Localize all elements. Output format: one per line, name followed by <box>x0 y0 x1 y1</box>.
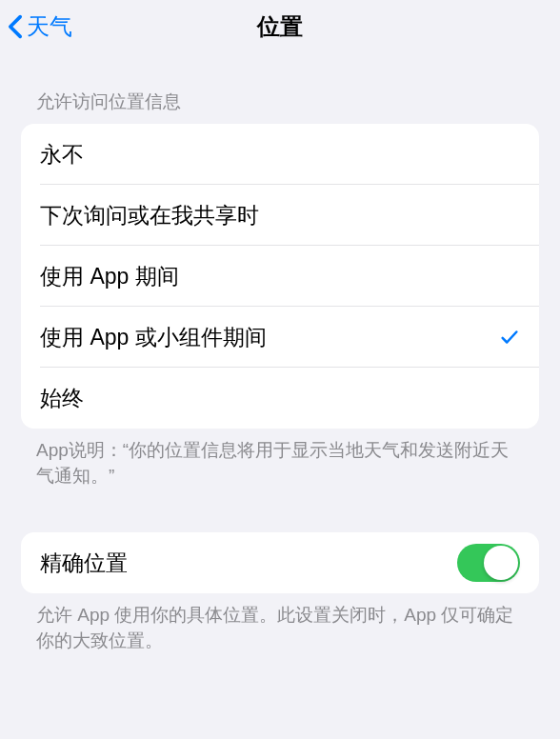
option-always[interactable]: 始终 <box>21 368 539 429</box>
option-label: 使用 App 或小组件期间 <box>40 323 267 352</box>
option-never[interactable]: 永不 <box>21 124 539 185</box>
option-label: 始终 <box>40 384 84 413</box>
precise-location-label: 精确位置 <box>40 549 128 578</box>
option-ask-next-time[interactable]: 下次询问或在我共享时 <box>21 185 539 246</box>
location-access-group: 永不 下次询问或在我共享时 使用 App 期间 使用 App 或小组件期间 始终 <box>21 124 539 429</box>
checkmark-icon <box>499 327 520 348</box>
option-while-using-app[interactable]: 使用 App 期间 <box>21 246 539 307</box>
back-chevron-icon <box>8 14 23 39</box>
option-label: 使用 App 期间 <box>40 262 179 291</box>
precise-location-toggle[interactable] <box>457 544 520 582</box>
option-while-using-app-or-widgets[interactable]: 使用 App 或小组件期间 <box>21 307 539 368</box>
option-label: 下次询问或在我共享时 <box>40 201 259 230</box>
page-title: 位置 <box>257 11 303 42</box>
location-access-footer: App说明：“你的位置信息将用于显示当地天气和发送附近天气通知。” <box>21 429 539 489</box>
back-button[interactable]: 天气 <box>8 11 72 42</box>
back-label: 天气 <box>27 11 72 42</box>
toggle-knob <box>484 546 518 580</box>
precise-location-footer: 允许 App 使用你的具体位置。此设置关闭时，App 仅可确定你的大致位置。 <box>21 593 539 653</box>
navigation-bar: 天气 位置 <box>0 0 560 53</box>
option-label: 永不 <box>40 140 84 170</box>
precise-location-row: 精确位置 <box>21 532 539 593</box>
location-access-header: 允许访问位置信息 <box>21 53 539 124</box>
content: 允许访问位置信息 永不 下次询问或在我共享时 使用 App 期间 使用 App … <box>0 53 560 653</box>
precise-location-group: 精确位置 <box>21 532 539 593</box>
